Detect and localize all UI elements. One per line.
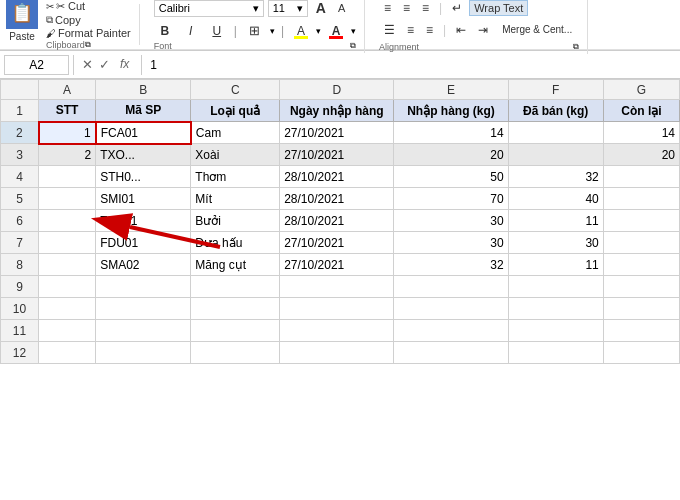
cell-e4[interactable]: 50 (394, 166, 508, 188)
decrease-font-size-button[interactable]: A (334, 0, 349, 16)
col-header-c[interactable]: C (191, 80, 280, 100)
cell-a8[interactable] (39, 254, 96, 276)
cell-a9[interactable] (39, 276, 96, 298)
cell-g7[interactable] (603, 232, 679, 254)
cell-c6[interactable]: Bưởi (191, 210, 280, 232)
border-dropdown-icon[interactable]: ▾ (270, 26, 275, 36)
cell-f2[interactable] (508, 122, 603, 144)
increase-font-size-button[interactable]: A (312, 0, 330, 18)
align-left-button[interactable]: ☰ (379, 20, 400, 40)
cell-g6[interactable] (603, 210, 679, 232)
align-bottom-button[interactable]: ≡ (417, 0, 434, 18)
formula-fx-icon[interactable]: fx (116, 57, 133, 72)
cell-b8[interactable]: SMA02 (96, 254, 191, 276)
col-header-g[interactable]: G (603, 80, 679, 100)
cell-g2[interactable]: 14 (603, 122, 679, 144)
paste-button[interactable]: 📋 Paste (6, 0, 38, 42)
cell-c8[interactable]: Măng cụt (191, 254, 280, 276)
align-center-button[interactable]: ≡ (402, 20, 419, 40)
cell-b2[interactable]: FCA01 (96, 122, 191, 144)
merge-center-button[interactable]: Merge & Cent... (495, 21, 579, 38)
col-header-a[interactable]: A (39, 80, 96, 100)
cell-f4[interactable]: 32 (508, 166, 603, 188)
border-button[interactable]: ⊞ (243, 20, 266, 41)
cell-d7[interactable]: 27/10/2021 (280, 232, 394, 254)
italic-button[interactable]: I (180, 21, 202, 41)
wrap-text-labeled-button[interactable]: Wrap Text (469, 0, 528, 16)
formula-confirm-icon[interactable]: ✓ (99, 57, 110, 72)
wrap-text-button[interactable]: ↵ (447, 0, 467, 18)
underline-button[interactable]: U (206, 21, 228, 41)
cell-e3[interactable]: 20 (394, 144, 508, 166)
cell-e7[interactable]: 30 (394, 232, 508, 254)
font-color-dropdown-icon[interactable]: ▾ (351, 26, 356, 36)
cell-d3[interactable]: 27/10/2021 (280, 144, 394, 166)
fill-color-button[interactable]: A (290, 21, 312, 41)
cell-a7[interactable] (39, 232, 96, 254)
cell-g5[interactable] (603, 188, 679, 210)
bold-button[interactable]: B (154, 21, 176, 41)
cell-reference-box[interactable]: A2 (4, 55, 69, 75)
cell-c3[interactable]: Xoài (191, 144, 280, 166)
cell-e8[interactable]: 32 (394, 254, 508, 276)
indent-decrease-button[interactable]: ⇤ (451, 20, 471, 40)
cell-d4[interactable]: 28/10/2021 (280, 166, 394, 188)
cell-g4[interactable] (603, 166, 679, 188)
format-painter-button[interactable]: 🖌 Format Painter (46, 27, 131, 39)
cell-b7[interactable]: FDU01 (96, 232, 191, 254)
cell-e2[interactable]: 14 (394, 122, 508, 144)
spreadsheet[interactable]: A B C D E F G 1 STT Mã SP Loại quả Ngày … (0, 79, 680, 473)
font-color-button[interactable]: A (325, 21, 347, 41)
cell-a2[interactable]: 1 (39, 122, 96, 144)
cell-g8[interactable] (603, 254, 679, 276)
col-header-d[interactable]: D (280, 80, 394, 100)
cell-e1[interactable]: Nhập hàng (kg) (394, 100, 508, 122)
cell-e5[interactable]: 70 (394, 188, 508, 210)
cell-c2[interactable]: Cam (191, 122, 280, 144)
clipboard-expander-icon[interactable]: ⧉ (85, 40, 91, 50)
cell-f3[interactable] (508, 144, 603, 166)
cell-g3[interactable]: 20 (603, 144, 679, 166)
fill-color-dropdown-icon[interactable]: ▾ (316, 26, 321, 36)
cell-c4[interactable]: Thơm (191, 166, 280, 188)
font-name-select[interactable]: Calibri ▾ (154, 0, 264, 17)
cell-g1[interactable]: Còn lại (603, 100, 679, 122)
cell-a1[interactable]: STT (39, 100, 96, 122)
align-middle-button[interactable]: ≡ (398, 0, 415, 18)
cell-e6[interactable]: 30 (394, 210, 508, 232)
cell-b1[interactable]: Mã SP (96, 100, 191, 122)
formula-cancel-icon[interactable]: ✕ (82, 57, 93, 72)
cell-c1[interactable]: Loại quả (191, 100, 280, 122)
col-header-e[interactable]: E (394, 80, 508, 100)
cell-a3[interactable]: 2 (39, 144, 96, 166)
cell-f1[interactable]: Đã bán (kg) (508, 100, 603, 122)
cell-a5[interactable] (39, 188, 96, 210)
indent-increase-button[interactable]: ⇥ (473, 20, 493, 40)
align-top-button[interactable]: ≡ (379, 0, 396, 18)
cell-c7[interactable]: Dưa hấu (191, 232, 280, 254)
cell-b5[interactable]: SMI01 (96, 188, 191, 210)
cell-a6[interactable] (39, 210, 96, 232)
cell-d8[interactable]: 27/10/2021 (280, 254, 394, 276)
cell-d5[interactable]: 28/10/2021 (280, 188, 394, 210)
cell-f8[interactable]: 11 (508, 254, 603, 276)
cut-button[interactable]: ✂ ✂ Cut (46, 0, 131, 13)
cell-c5[interactable]: Mít (191, 188, 280, 210)
cell-b4[interactable]: STH0... (96, 166, 191, 188)
cell-b3[interactable]: TXO... (96, 144, 191, 166)
align-right-button[interactable]: ≡ (421, 20, 438, 40)
cell-f7[interactable]: 30 (508, 232, 603, 254)
cell-d2[interactable]: 27/10/2021 (280, 122, 394, 144)
alignment-expander-icon[interactable]: ⧉ (573, 42, 579, 52)
formula-input[interactable] (146, 56, 676, 74)
cell-d1[interactable]: Ngày nhập hàng (280, 100, 394, 122)
col-header-f[interactable]: F (508, 80, 603, 100)
cell-f5[interactable]: 40 (508, 188, 603, 210)
font-expander-icon[interactable]: ⧉ (350, 41, 356, 51)
copy-button[interactable]: ⧉ Copy (46, 14, 131, 26)
cell-a4[interactable] (39, 166, 96, 188)
cell-b6[interactable]: TBU01 (96, 210, 191, 232)
col-header-b[interactable]: B (96, 80, 191, 100)
cell-f6[interactable]: 11 (508, 210, 603, 232)
font-size-select[interactable]: 11 ▾ (268, 0, 308, 17)
